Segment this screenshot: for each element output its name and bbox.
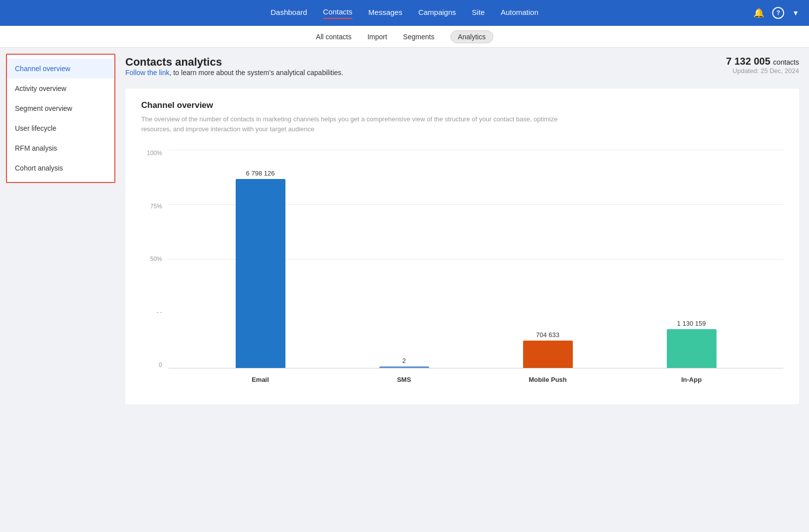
main-content: Contacts analytics Follow the link, to l… (115, 48, 809, 532)
bar-value-sms: 2 (402, 357, 406, 364)
sidebar-item-rfm-analysis[interactable]: RFM analysis (7, 138, 114, 158)
x-label-sms: SMS (379, 376, 429, 383)
subnav-all-contacts[interactable]: All contacts (316, 33, 352, 41)
bar-mobile-push (523, 341, 573, 368)
bar-sms (379, 366, 429, 368)
nav-campaigns[interactable]: Campaigns (418, 8, 456, 18)
bar-email (236, 179, 285, 368)
subnav-import[interactable]: Import (367, 33, 387, 41)
sub-description: Follow the link, to learn more about the… (125, 69, 343, 77)
x-label-email: Email (236, 376, 285, 383)
subnav-segments[interactable]: Segments (403, 33, 435, 41)
bar-group-email: 6 798 126 (236, 170, 285, 368)
top-navigation: Dashboard Contacts Messages Campaigns Si… (0, 0, 809, 26)
x-label-in-app: In-App (667, 376, 717, 383)
bar-chart: 100% 75% 50% - - 0 (141, 150, 783, 388)
sidebar: Channel overview Activity overview Segme… (6, 54, 115, 183)
contacts-count: 7 132 005 contacts (726, 56, 799, 67)
content-header: Contacts analytics Follow the link, to l… (125, 56, 799, 85)
contacts-count-number: 7 132 005 (726, 56, 770, 67)
sidebar-item-activity-overview[interactable]: Activity overview (7, 79, 114, 98)
bar-value-in-app: 1 130 159 (677, 320, 706, 327)
main-layout: Channel overview Activity overview Segme… (0, 48, 809, 532)
nav-dashboard[interactable]: Dashboard (270, 8, 307, 18)
chart-area: 6 798 126 2 704 633 1 130 159 (169, 150, 783, 368)
page-title: Contacts analytics (125, 56, 343, 69)
y-label-75: 75% (150, 203, 162, 210)
bar-group-sms: 2 (379, 357, 429, 368)
chart-title: Channel overview (141, 100, 783, 110)
x-label-mobile-push: Mobile Push (523, 376, 573, 383)
contacts-count-label: contacts (773, 58, 799, 66)
nav-messages[interactable]: Messages (368, 8, 402, 18)
page-title-area: Contacts analytics Follow the link, to l… (125, 56, 343, 85)
updated-text: Updated: 25 Dec, 2024 (726, 67, 799, 75)
top-nav-links: Dashboard Contacts Messages Campaigns Si… (270, 7, 539, 19)
subnav-analytics[interactable]: Analytics (450, 30, 493, 43)
nav-contacts[interactable]: Contacts (323, 7, 353, 19)
top-nav-icons: 🔔 ? ▼ (753, 7, 799, 19)
sidebar-item-channel-overview[interactable]: Channel overview (7, 59, 114, 79)
bell-icon[interactable]: 🔔 (753, 7, 764, 18)
y-label-dash: - - (157, 309, 162, 316)
nav-site[interactable]: Site (472, 8, 485, 18)
follow-text: , to learn more about the system's analy… (170, 69, 344, 77)
sidebar-item-segment-overview[interactable]: Segment overview (7, 98, 114, 118)
chart-description: The overview of the number of contacts i… (141, 114, 589, 134)
chart-card: Channel overview The overview of the num… (125, 89, 799, 404)
follow-link[interactable]: Follow the link (125, 69, 170, 77)
sidebar-item-cohort-analysis[interactable]: Cohort analysis (7, 158, 114, 178)
bar-group-mobile-push: 704 633 (523, 331, 573, 368)
bar-in-app (667, 329, 717, 368)
bar-group-in-app: 1 130 159 (667, 320, 717, 368)
help-icon[interactable]: ? (772, 7, 784, 19)
sub-navigation: All contacts Import Segments Analytics (0, 26, 809, 48)
bars-container: 6 798 126 2 704 633 1 130 159 (169, 150, 783, 368)
sidebar-item-user-lifecycle[interactable]: User lifecycle (7, 118, 114, 138)
y-label-0: 0 (159, 361, 162, 368)
x-labels: Email SMS Mobile Push In-App (169, 370, 783, 388)
user-dropdown-icon[interactable]: ▼ (792, 9, 799, 17)
y-label-50: 50% (150, 256, 162, 263)
y-axis: 100% 75% 50% - - 0 (141, 150, 166, 368)
contacts-count-area: 7 132 005 contacts Updated: 25 Dec, 2024 (726, 56, 799, 75)
bar-value-email: 6 798 126 (246, 170, 275, 177)
y-label-100: 100% (147, 150, 162, 157)
nav-automation[interactable]: Automation (501, 8, 539, 18)
bar-value-mobile-push: 704 633 (536, 331, 559, 339)
